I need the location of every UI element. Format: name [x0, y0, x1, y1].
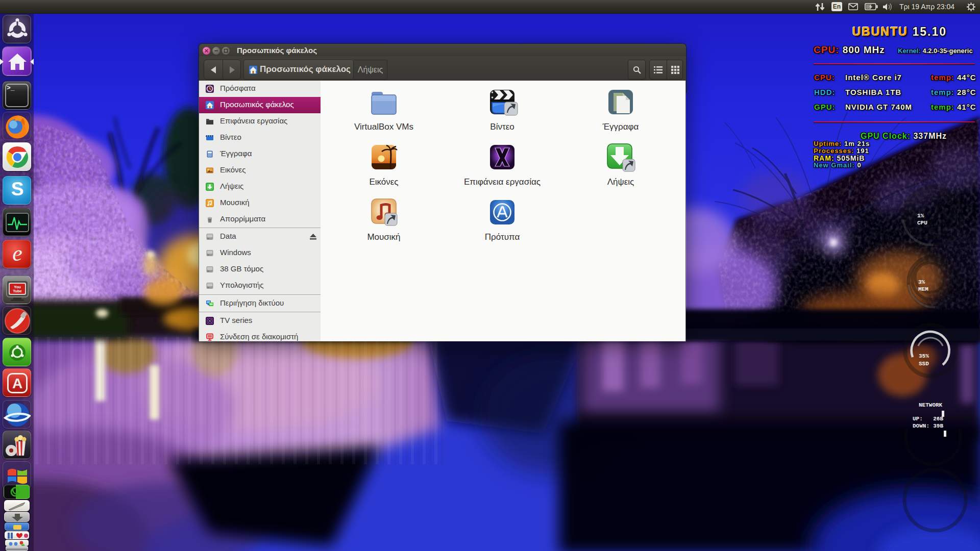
svg-text:NETWORK: NETWORK [919, 402, 943, 408]
svg-text:1%: 1% [917, 213, 924, 219]
svg-text:MEM: MEM [918, 286, 928, 292]
svg-text:Tube: Tube [13, 289, 21, 293]
svg-text:CPU: CPU [917, 220, 927, 226]
svg-text:3%: 3% [918, 279, 925, 285]
svg-text:UP:: UP: [913, 416, 923, 422]
svg-text:SSD: SSD [919, 361, 929, 367]
svg-text:DOWN:: DOWN: [913, 423, 929, 429]
svg-text:35%: 35% [919, 353, 929, 359]
svg-text:39B: 39B [933, 423, 943, 429]
